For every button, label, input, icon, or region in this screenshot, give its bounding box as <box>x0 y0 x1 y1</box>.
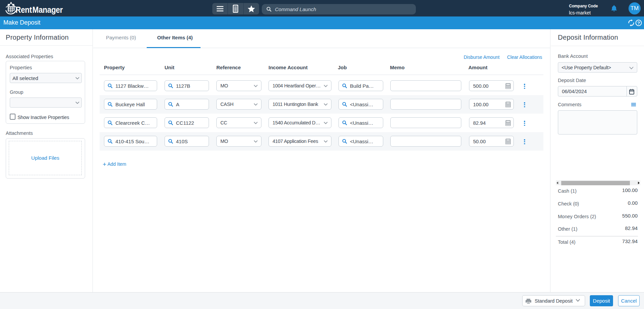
svg-text:?: ? <box>637 21 640 26</box>
